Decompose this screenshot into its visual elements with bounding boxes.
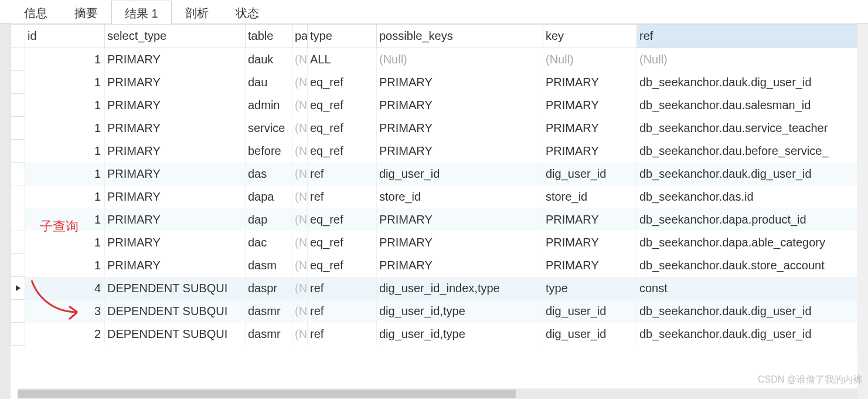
cell-key[interactable]: PRIMARY [543,140,637,163]
cell-key[interactable]: PRIMARY [543,94,637,117]
cell-table[interactable]: dap [246,208,292,231]
tab-1[interactable]: 摘要 [61,0,111,23]
cell-select-type[interactable]: DEPENDENT SUBQUI [105,300,246,323]
cell-table[interactable]: dasmr [246,323,292,346]
cell-key[interactable]: (Null) [543,48,637,71]
column-header-select-type[interactable]: select_type [105,25,246,48]
cell-select-type[interactable]: PRIMARY [105,231,246,254]
cell-key[interactable]: store_id [543,185,637,208]
cell-possible-keys[interactable]: PRIMARY [377,94,543,117]
result-grid[interactable]: id select_type table pa type possible_ke… [11,24,857,346]
cell-possible-keys[interactable]: PRIMARY [377,208,543,231]
tab-0[interactable]: 信息 [11,0,61,23]
cell-type[interactable]: eq_ref [308,71,377,94]
column-header-key[interactable]: key [543,25,637,48]
table-row[interactable]: 1PRIMARYservice(Neq_refPRIMARYPRIMARYdb_… [11,117,857,140]
cell-select-type[interactable]: PRIMARY [105,117,246,140]
cell-partitions[interactable]: (N [292,300,308,323]
column-header-id[interactable]: id [25,25,105,48]
cell-id[interactable]: 1 [25,117,105,140]
cell-partitions[interactable]: (N [292,48,308,71]
cell-partitions[interactable]: (N [292,140,308,163]
cell-possible-keys[interactable]: PRIMARY [377,231,543,254]
cell-select-type[interactable]: PRIMARY [105,48,246,71]
cell-id[interactable]: 1 [25,185,105,208]
cell-ref[interactable]: db_seekanchor.dauk.store_account [637,254,857,277]
cell-select-type[interactable]: PRIMARY [105,71,246,94]
cell-type[interactable]: ref [308,185,377,208]
cell-type[interactable]: eq_ref [308,231,377,254]
cell-select-type[interactable]: PRIMARY [105,94,246,117]
tab-2[interactable]: 结果 1 [111,1,172,24]
cell-partitions[interactable]: (N [292,254,308,277]
cell-ref[interactable]: db_seekanchor.dapa.able_category [637,231,857,254]
column-header-ref[interactable]: ref [637,25,857,48]
cell-id[interactable]: 2 [25,323,105,346]
cell-table[interactable]: daspr [246,277,292,300]
cell-partitions[interactable]: (N [292,94,308,117]
cell-possible-keys[interactable]: PRIMARY [377,140,543,163]
cell-key[interactable]: dig_user_id [543,163,637,185]
cell-table[interactable]: admin [246,94,292,117]
cell-partitions[interactable]: (N [292,231,308,254]
cell-possible-keys[interactable]: dig_user_id,type [377,300,543,323]
cell-type[interactable]: eq_ref [308,254,377,277]
tab-4[interactable]: 状态 [222,0,273,23]
cell-ref[interactable]: db_seekanchor.dau.service_teacher [637,117,857,140]
table-row[interactable]: 2DEPENDENT SUBQUIdasmr(Nrefdig_user_id,t… [11,323,857,346]
cell-type[interactable]: ref [308,300,377,323]
cell-possible-keys[interactable]: store_id [377,185,543,208]
cell-ref[interactable]: db_seekanchor.dauk.dig_user_id [637,71,857,94]
cell-possible-keys[interactable]: dig_user_id [377,163,543,185]
table-row[interactable]: 3DEPENDENT SUBQUIdasmr(Nrefdig_user_id,t… [11,300,857,323]
cell-ref[interactable]: db_seekanchor.dauk.dig_user_id [637,323,857,346]
cell-select-type[interactable]: PRIMARY [105,208,246,231]
table-row[interactable]: 1PRIMARYdas(Nrefdig_user_iddig_user_iddb… [11,163,857,185]
table-row[interactable]: 1PRIMARYadmin(Neq_refPRIMARYPRIMARYdb_se… [11,94,857,117]
cell-select-type[interactable]: PRIMARY [105,163,246,185]
cell-key[interactable]: type [543,277,637,300]
cell-possible-keys[interactable]: dig_user_id,type [377,323,543,346]
column-header-rowhead[interactable] [11,25,25,48]
cell-table[interactable]: before [246,140,292,163]
cell-partitions[interactable]: (N [292,277,308,300]
cell-table[interactable]: dasm [246,254,292,277]
cell-partitions[interactable]: (N [292,323,308,346]
table-row[interactable]: 1PRIMARYbefore(Neq_refPRIMARYPRIMARYdb_s… [11,140,857,163]
cell-possible-keys[interactable]: PRIMARY [377,71,543,94]
cell-id[interactable]: 3 [25,300,105,323]
cell-table[interactable]: service [246,117,292,140]
cell-ref[interactable]: db_seekanchor.dapa.product_id [637,208,857,231]
cell-id[interactable]: 4 [25,277,105,300]
cell-id[interactable]: 1 [25,140,105,163]
cell-select-type[interactable]: DEPENDENT SUBQUI [105,323,246,346]
cell-type[interactable]: eq_ref [308,117,377,140]
table-row[interactable]: 1PRIMARYdauk(NALL(Null)(Null)(Null) [11,48,857,71]
cell-type[interactable]: ALL [308,48,377,71]
cell-key[interactable]: PRIMARY [543,231,637,254]
column-header-type[interactable]: type [308,25,377,48]
horizontal-scrollbar-thumb[interactable] [18,390,516,398]
cell-table[interactable]: das [246,163,292,185]
cell-ref[interactable]: (Null) [637,48,857,71]
cell-type[interactable]: ref [308,323,377,346]
cell-table[interactable]: dac [246,231,292,254]
cell-type[interactable]: ref [308,163,377,185]
cell-key[interactable]: PRIMARY [543,208,637,231]
cell-key[interactable]: PRIMARY [543,71,637,94]
cell-select-type[interactable]: PRIMARY [105,254,246,277]
vertical-scrollbar-left[interactable] [0,23,11,399]
cell-select-type[interactable]: PRIMARY [105,140,246,163]
cell-table[interactable]: dapa [246,185,292,208]
cell-possible-keys[interactable]: (Null) [377,48,543,71]
cell-partitions[interactable]: (N [292,163,308,185]
cell-partitions[interactable]: (N [292,185,308,208]
cell-ref[interactable]: db_seekanchor.das.id [637,185,857,208]
cell-type[interactable]: eq_ref [308,208,377,231]
cell-partitions[interactable]: (N [292,208,308,231]
cell-table[interactable]: dasmr [246,300,292,323]
vertical-scrollbar-right[interactable] [857,23,868,399]
cell-ref[interactable]: db_seekanchor.dauk.dig_user_id [637,163,857,185]
cell-table[interactable]: dau [246,71,292,94]
cell-ref[interactable]: db_seekanchor.dau.salesman_id [637,94,857,117]
